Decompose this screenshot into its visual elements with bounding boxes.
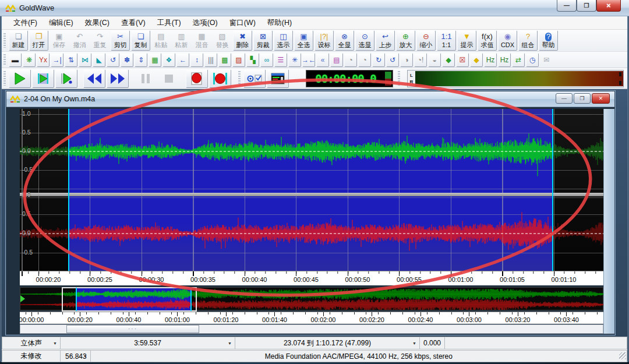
fast-forward-button[interactable] — [107, 69, 129, 88]
selection-start-marker[interactable] — [68, 109, 69, 271]
fx-loop-knob[interactable]: ↻ — [372, 53, 385, 67]
menu-file[interactable]: 文件(F) — [8, 16, 43, 30]
fx-balance[interactable]: ◆ — [442, 53, 455, 67]
fx-stereo-3d[interactable]: ∞ — [260, 53, 273, 67]
fx-doppler[interactable]: ⋈ — [79, 53, 91, 67]
fx-knob-slider[interactable]: ◒ — [428, 53, 441, 67]
selection-end-marker[interactable] — [552, 109, 553, 271]
fx-offset[interactable]: →| — [51, 53, 63, 67]
tb-cdx[interactable]: ◉ CDX — [498, 30, 517, 51]
tb-show-all[interactable]: ⊗ 全显 — [335, 30, 354, 51]
tb-copy[interactable]: ❏ 复制 — [131, 30, 150, 51]
editor-titlebar[interactable]: 2-04 On My Own.m4a — ❐ ✕ — [6, 91, 614, 107]
status-channel-mode[interactable]: 立体声▼ — [2, 337, 60, 349]
tb-new[interactable]: ❏ 新建 — [9, 30, 28, 51]
fx-spectrum[interactable]: ☰ — [274, 53, 287, 67]
waveform-plot[interactable]: 1.00.50.0-0.51.00.50.0-0.5 — [20, 109, 603, 271]
play-button[interactable] — [9, 69, 31, 88]
maximize-button[interactable]: ❐ — [577, 0, 596, 12]
tb-zoom-in[interactable]: ⊕ 放大 — [396, 30, 415, 51]
play-position-marker[interactable] — [20, 295, 25, 302]
fx-reverse[interactable]: ↺ — [107, 53, 119, 67]
fx-mechanize[interactable]: ✽ — [121, 53, 133, 67]
tb-trim[interactable]: ⊠ 剪裁 — [253, 30, 273, 51]
tb-open[interactable]: ❐ 打开 — [29, 30, 48, 51]
menu-window[interactable]: 窗口(W) — [224, 16, 262, 30]
fx-knob[interactable]: ◔ — [358, 53, 371, 67]
menu-effect[interactable]: 效果(C) — [79, 16, 115, 30]
fx-timer[interactable]: ◷ — [526, 53, 539, 67]
editor-close-button[interactable]: ✕ — [592, 93, 610, 104]
fx-volume-shape[interactable]: ⇕ — [135, 53, 147, 67]
fx-expression[interactable]: Yx — [37, 53, 50, 67]
fx-noise-reduction[interactable]: ▩ — [218, 53, 231, 67]
menu-options[interactable]: 选项(O) — [187, 16, 224, 30]
record-button[interactable] — [209, 69, 231, 88]
tb-help[interactable]: ? 帮助 — [539, 30, 558, 51]
status-total-length[interactable]: 3:59.537▼ — [60, 337, 235, 349]
menu-edit[interactable]: 编辑(E) — [43, 16, 79, 30]
fx-filter-bank[interactable]: ▨ — [232, 53, 245, 67]
rewind-button[interactable] — [83, 69, 105, 88]
fx-unsqueeze[interactable]: « — [316, 53, 329, 67]
monitor-toggle-button[interactable] — [243, 69, 266, 88]
fx-dynamics[interactable]: ||| — [204, 53, 217, 67]
play-selection-button[interactable] — [32, 69, 54, 88]
tb-expression[interactable]: f(x) 求值 — [478, 30, 497, 51]
titlebar[interactable]: GoldWave — ❐ ✕ — [0, 0, 629, 16]
tb-delete[interactable]: ✖ 删除 — [233, 30, 252, 51]
fx-knob-levels[interactable]: ◑ — [400, 53, 413, 67]
fx-effect-chain[interactable]: ❋ — [23, 53, 36, 67]
record-new-button[interactable] — [186, 69, 208, 88]
fx-knob-search[interactable]: ◔ — [344, 53, 357, 67]
overview-view-window[interactable] — [62, 287, 197, 312]
overview-strip[interactable] — [20, 287, 603, 310]
fx-resample[interactable]: Hz — [498, 53, 511, 67]
fx-interpolate[interactable]: ▚ — [246, 53, 259, 67]
fx-shape-volume[interactable]: ◣ — [93, 53, 105, 67]
fx-mute[interactable]: ☒ — [456, 53, 469, 67]
fx-equalizer[interactable]: ▦ — [149, 53, 161, 67]
toolbar-grip[interactable] — [3, 54, 6, 65]
toolbar-grip[interactable] — [238, 71, 241, 86]
tb-group[interactable]: ? 组合 — [518, 30, 538, 51]
tb-cut[interactable]: ✂ 剪切 — [111, 30, 130, 51]
fx-stretch[interactable]: ↕ — [190, 53, 203, 67]
fx-fade[interactable]: ◆ — [470, 53, 483, 67]
menu-view[interactable]: 查看(V) — [115, 16, 151, 30]
tb-select-all[interactable]: ▣ 全选 — [294, 30, 313, 51]
toolbar-grip[interactable] — [398, 71, 400, 86]
status-selection-range[interactable]: 23.074 到 1:10.172 (47.099)▼ — [235, 337, 419, 349]
resize-grip[interactable] — [619, 352, 626, 359]
fx-media-strip[interactable]: ▤ — [330, 53, 343, 67]
fx-pitch[interactable]: ⇅ — [65, 53, 77, 67]
play-all-button[interactable] — [55, 69, 77, 88]
status-zoom-level[interactable]: 56.843▼ — [60, 350, 90, 362]
fx-stereo-field[interactable]: ❖ — [162, 53, 175, 67]
tb-select-view[interactable]: ◫ 选示 — [274, 30, 293, 51]
fx-convert[interactable]: ⇄ — [512, 53, 525, 67]
tb-cue-points[interactable]: ▼ 提示 — [457, 30, 476, 51]
minimize-button[interactable]: — — [557, 0, 577, 12]
tb-zoom-out[interactable]: ⊖ 缩小 — [416, 30, 436, 51]
fx-device-controls[interactable]: ▬ — [9, 53, 22, 67]
editor-minimize-button[interactable]: — — [556, 93, 573, 104]
tb-show-selection[interactable]: ⊙ 选显 — [355, 30, 374, 51]
tb-set-marker[interactable]: |?| 设标 — [314, 30, 334, 51]
toolbar-grip[interactable] — [3, 71, 6, 86]
fx-knob-alert[interactable]: ◔! — [414, 53, 427, 67]
editor-restore-button[interactable]: ❐ — [574, 93, 591, 104]
toolbar-grip[interactable] — [3, 33, 6, 48]
fx-shift-left[interactable]: ← — [176, 53, 189, 67]
control-properties-button[interactable] — [267, 69, 289, 88]
menu-tool[interactable]: 工具(T) — [151, 16, 187, 30]
menu-help[interactable]: 帮助(H) — [262, 16, 298, 30]
fx-squeeze[interactable]: →← — [302, 53, 315, 67]
fx-playback-rate[interactable]: Hz — [484, 53, 497, 67]
tb-zoom-1-1[interactable]: 1:1 1:1 — [437, 30, 456, 51]
overview-time-axis[interactable]: 00:00:0000:00:2000:00:4000:01:0000:01:20… — [20, 312, 603, 324]
horizontal-scrollbar[interactable]: ··· — [20, 324, 603, 334]
fx-loop-knob-alt[interactable]: ↺ — [386, 53, 399, 67]
time-axis[interactable]: 00:00:2000:00:2500:00:3000:00:3500:00:40… — [20, 271, 603, 285]
tb-zoom-previous[interactable]: ↩ 上步 — [376, 30, 395, 51]
